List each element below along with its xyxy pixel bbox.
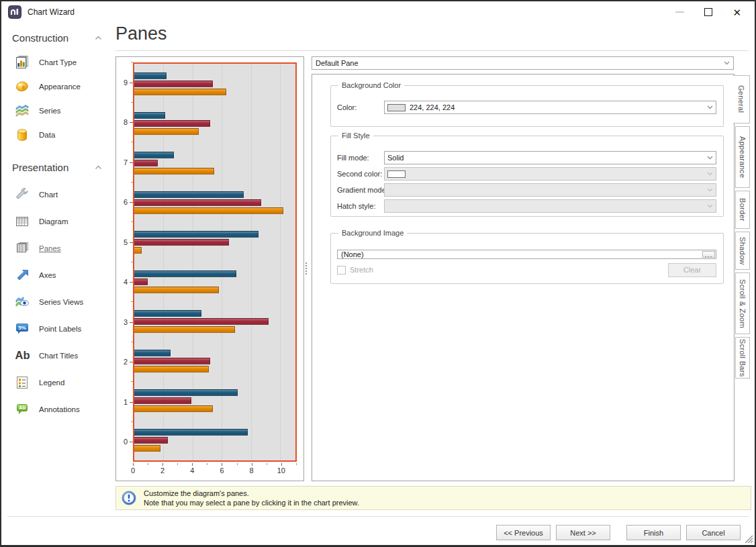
bar <box>134 358 210 364</box>
bar <box>134 397 191 404</box>
background-image-field[interactable]: (None) ... <box>337 250 716 259</box>
chart-plot-pane[interactable] <box>133 62 297 462</box>
pane-settings-panel: Background Color Color: 224, 224, 224 Fi… <box>312 74 735 481</box>
sidebar-item-label: Chart Titles <box>39 352 78 360</box>
minimize-icon[interactable] <box>675 11 684 13</box>
point-labels-icon: 5% <box>14 321 30 337</box>
bar <box>134 326 235 333</box>
bar <box>134 160 158 166</box>
browse-button[interactable]: ... <box>702 251 715 258</box>
finish-button[interactable]: Finish <box>626 525 681 540</box>
next-button[interactable]: Next >> <box>556 525 610 540</box>
sidebar-item-label: Chart <box>39 191 58 199</box>
section-header-presentation[interactable]: Presentation <box>11 160 113 175</box>
titlebar: Chart Wizard ✕ <box>1 1 755 23</box>
chart-wizard-window: Chart Wizard ✕ Construction Chart <box>0 0 756 547</box>
sidebar-item-label: Legend <box>39 379 64 387</box>
bar <box>134 318 269 325</box>
chart-type-icon <box>14 54 30 70</box>
x-axis-label: 4 <box>190 466 194 475</box>
background-image-value: (None) <box>341 250 364 258</box>
pane-selector-combo[interactable]: Default Pane <box>312 56 734 70</box>
chart-x-axis: 0246810 <box>133 463 297 477</box>
sidebar: Construction Chart Type <box>1 23 113 545</box>
panes-icon <box>14 240 30 256</box>
sidebar-item-chart-titles[interactable]: Ab Chart Titles <box>11 342 113 369</box>
cancel-button[interactable]: Cancel <box>686 525 741 540</box>
previous-button[interactable]: << Previous <box>496 525 551 540</box>
bar <box>134 429 248 436</box>
sidebar-item-legend[interactable]: Legend <box>11 369 113 396</box>
bar <box>134 112 165 119</box>
y-axis-label: 9 <box>124 79 128 87</box>
info-icon <box>122 491 136 505</box>
fill-mode-combo[interactable]: Solid <box>384 151 716 164</box>
section-label: Presentation <box>12 162 68 173</box>
sidebar-item-chart-type[interactable]: Chart Type <box>11 50 113 74</box>
hatch-style-label: Hatch style: <box>337 202 384 210</box>
chevron-down-icon <box>707 188 713 192</box>
bar-group <box>134 143 295 183</box>
group-title: Background Color <box>338 81 404 89</box>
bar <box>134 247 142 254</box>
sidebar-item-data[interactable]: Data <box>11 123 113 147</box>
gradient-mode-combo <box>384 183 716 197</box>
bar <box>134 366 209 372</box>
y-axis-label: 5 <box>124 238 128 246</box>
chevron-down-icon <box>707 172 713 176</box>
section-header-construction[interactable]: Construction <box>11 31 113 45</box>
diagram-icon <box>14 213 30 230</box>
bar-group <box>134 421 295 460</box>
sidebar-item-label: Series <box>39 107 61 115</box>
close-icon[interactable]: ✕ <box>733 7 741 17</box>
background-color-combo[interactable]: 224, 224, 224 <box>384 101 716 114</box>
second-color-combo <box>384 167 716 181</box>
app-icon <box>8 5 21 19</box>
sidebar-item-point-labels[interactable]: 5% Point Labels <box>11 315 113 342</box>
sidebar-item-series[interactable]: Series <box>11 99 113 123</box>
chart-titles-icon: Ab <box>14 348 30 364</box>
y-axis-label: 1 <box>124 398 128 406</box>
data-icon <box>14 127 30 143</box>
tab-scroll-zoom[interactable]: Scroll & Zoom <box>735 272 750 334</box>
sidebar-item-label: Series Views <box>39 298 83 306</box>
wrench-icon <box>14 187 30 203</box>
color-swatch <box>387 104 406 111</box>
bar-group <box>134 302 295 342</box>
sidebar-item-panes[interactable]: Panes <box>11 235 113 262</box>
sidebar-item-series-views[interactable]: Series Views <box>11 289 113 315</box>
color-label: Color: <box>337 103 384 111</box>
maximize-icon[interactable] <box>704 8 712 16</box>
bar-group <box>134 222 295 262</box>
svg-text:5%: 5% <box>18 325 26 331</box>
title-separator <box>115 50 749 51</box>
bar-group <box>134 183 295 222</box>
bar <box>134 152 174 158</box>
sidebar-item-chart[interactable]: Chart <box>11 181 113 208</box>
group-title: Fill Style <box>338 132 373 140</box>
sidebar-item-annotations[interactable]: Ab Annotations <box>11 396 113 423</box>
tab-scroll-bars[interactable]: Scroll Bars <box>735 337 750 379</box>
tab-appearance[interactable]: Appearance <box>735 126 750 188</box>
bar-group <box>134 381 295 421</box>
info-bar: Customize the diagram's panes. Note that… <box>115 486 751 510</box>
tab-general[interactable]: General <box>733 75 750 123</box>
resize-grip-icon[interactable] <box>745 535 753 544</box>
bar <box>134 89 226 95</box>
bar <box>134 199 261 206</box>
background-image-group: Background Image (None) ... Stretch Clea… <box>330 233 724 284</box>
bar <box>134 168 214 175</box>
page-title: Panes <box>115 23 167 44</box>
tab-shadow[interactable]: Shadow <box>735 232 750 270</box>
bar <box>134 437 168 444</box>
y-axis-label: 8 <box>124 118 128 126</box>
tab-border[interactable]: Border <box>735 191 750 229</box>
sidebar-item-axes[interactable]: Axes <box>11 262 113 289</box>
bar <box>134 207 283 214</box>
sidebar-item-label: Diagram <box>39 217 68 226</box>
splitter-handle[interactable] <box>305 262 307 275</box>
sidebar-item-appearance[interactable]: Appearance <box>11 74 113 99</box>
sidebar-item-label: Annotations <box>39 405 80 413</box>
sidebar-item-diagram[interactable]: Diagram <box>11 208 113 235</box>
y-axis-label: 4 <box>124 278 128 286</box>
